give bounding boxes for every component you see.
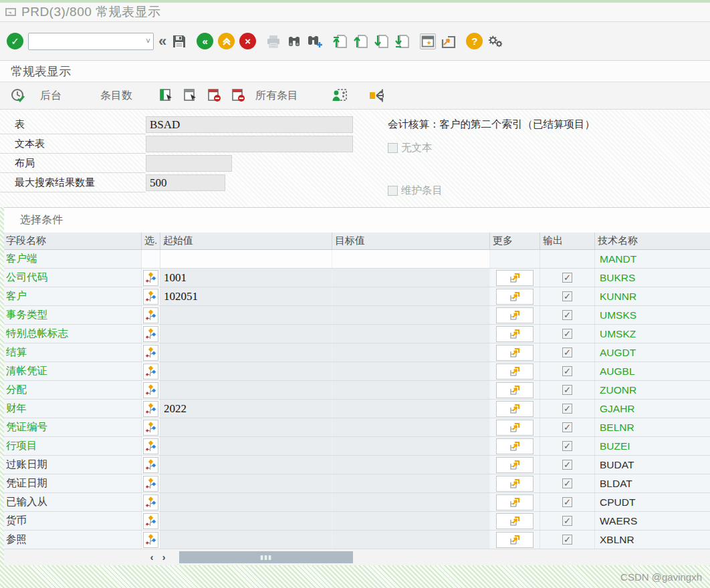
from-value-input[interactable]: 102051 (160, 287, 332, 305)
more-selection-button[interactable] (496, 513, 534, 529)
selection-options-button[interactable] (143, 476, 158, 492)
to-value-input[interactable] (332, 362, 490, 380)
to-value-input[interactable] (332, 474, 490, 492)
no-texts-checkbox[interactable] (388, 143, 398, 153)
page-down-button[interactable] (374, 33, 390, 49)
back-button[interactable]: « (197, 33, 213, 49)
maintain-entries-checkbox[interactable] (388, 186, 398, 196)
to-value-input[interactable] (332, 456, 490, 474)
to-value-input[interactable] (332, 512, 490, 530)
deselect-all-icon[interactable] (230, 87, 247, 104)
to-value-input[interactable] (332, 400, 490, 418)
enter-button[interactable]: ✓ (7, 33, 23, 49)
from-value-input[interactable]: 2022 (160, 400, 332, 418)
scrollbar-track[interactable]: ▮▮▮ (170, 551, 706, 563)
from-value-input[interactable] (160, 531, 332, 549)
selection-options-button[interactable] (143, 494, 158, 510)
output-checkbox[interactable]: ✓ (562, 404, 572, 414)
output-checkbox[interactable]: ✓ (562, 516, 572, 526)
distribute-icon[interactable] (368, 87, 385, 104)
output-checkbox[interactable]: ✓ (562, 535, 572, 545)
table-field[interactable]: BSAD (146, 116, 353, 133)
command-field[interactable]: ˅ (28, 33, 154, 50)
to-value-input[interactable] (332, 418, 490, 436)
background-button[interactable]: 后台 (33, 88, 68, 104)
to-value-input[interactable] (332, 381, 490, 399)
selection-options-button[interactable] (143, 420, 158, 436)
from-value-input[interactable] (160, 437, 332, 455)
more-selection-button[interactable] (496, 363, 534, 380)
to-value-input[interactable] (332, 325, 490, 343)
print-button[interactable] (265, 33, 281, 49)
more-selection-button[interactable] (496, 457, 534, 473)
scroll-right-arrow[interactable]: › (158, 552, 170, 563)
output-checkbox[interactable]: ✓ (562, 329, 572, 339)
selection-options-button[interactable] (143, 289, 158, 305)
selection-options-button[interactable] (143, 345, 158, 361)
number-of-entries-button[interactable]: 条目数 (94, 88, 139, 104)
more-selection-button[interactable] (496, 382, 534, 398)
selection-options-button[interactable] (143, 438, 158, 454)
selection-options-button[interactable] (143, 513, 158, 529)
save-button[interactable] (171, 33, 187, 49)
more-selection-button[interactable] (496, 476, 534, 492)
more-selection-button[interactable] (496, 401, 534, 417)
find-icon[interactable] (286, 33, 302, 49)
layout-field[interactable] (146, 155, 232, 172)
selection-options-button[interactable] (143, 532, 158, 548)
output-checkbox[interactable]: ✓ (562, 347, 572, 357)
horizontal-scrollbar[interactable]: ‹ › ▮▮▮ (4, 549, 710, 565)
output-checkbox[interactable]: ✓ (562, 291, 572, 301)
output-checkbox[interactable]: ✓ (562, 385, 572, 395)
selection-options-button[interactable] (143, 270, 158, 286)
output-checkbox[interactable]: ✓ (562, 366, 572, 376)
to-value-input[interactable] (332, 306, 490, 324)
output-checkbox[interactable]: ✓ (562, 460, 572, 470)
more-selection-button[interactable] (496, 420, 534, 436)
create-shortcut-button[interactable] (441, 33, 457, 49)
collapse-icon[interactable]: « (158, 34, 166, 49)
from-value-input[interactable] (160, 250, 332, 268)
page-up-button[interactable] (353, 33, 369, 49)
select-block-icon[interactable] (158, 87, 175, 104)
from-value-input[interactable]: 1001 (160, 269, 332, 287)
selection-options-button[interactable] (143, 457, 158, 473)
more-selection-button[interactable] (496, 289, 534, 305)
to-value-input[interactable] (332, 287, 490, 305)
from-value-input[interactable] (160, 343, 332, 361)
from-value-input[interactable] (160, 493, 332, 511)
from-value-input[interactable] (160, 456, 332, 474)
more-selection-button[interactable] (496, 270, 534, 286)
help-button[interactable]: ? (466, 33, 483, 49)
to-value-input[interactable] (332, 437, 490, 455)
output-checkbox[interactable]: ✓ (562, 497, 572, 507)
new-session-button[interactable]: ★ (420, 33, 436, 49)
last-page-button[interactable] (394, 33, 410, 49)
from-value-input[interactable] (160, 512, 332, 530)
output-checkbox[interactable]: ✓ (562, 478, 572, 488)
all-entries-button[interactable]: 所有条目 (254, 88, 305, 104)
selection-options-button[interactable] (143, 307, 158, 323)
more-selection-button[interactable] (496, 307, 534, 323)
from-value-input[interactable] (160, 418, 332, 436)
more-selection-button[interactable] (496, 532, 534, 548)
from-value-input[interactable] (160, 362, 332, 380)
output-checkbox[interactable]: ✓ (562, 441, 572, 451)
max-hits-field[interactable]: 500 (146, 174, 225, 191)
scroll-left-arrow[interactable]: ‹ (146, 552, 158, 563)
more-selection-button[interactable] (496, 438, 534, 454)
selection-options-button[interactable] (143, 326, 158, 342)
execute-with-clock-icon[interactable] (9, 87, 27, 104)
cancel-button[interactable]: × (239, 33, 256, 49)
deselect-block-icon[interactable] (206, 87, 223, 104)
from-value-input[interactable] (160, 381, 332, 399)
find-next-icon[interactable] (307, 33, 323, 49)
to-value-input[interactable] (332, 343, 490, 361)
more-selection-button[interactable] (496, 345, 534, 361)
user-parameters-icon[interactable] (332, 87, 349, 104)
to-value-input[interactable] (332, 531, 490, 549)
exit-button[interactable] (218, 33, 235, 49)
output-checkbox[interactable]: ✓ (562, 422, 572, 432)
from-value-input[interactable] (160, 325, 332, 343)
output-checkbox[interactable]: ✓ (562, 273, 572, 283)
